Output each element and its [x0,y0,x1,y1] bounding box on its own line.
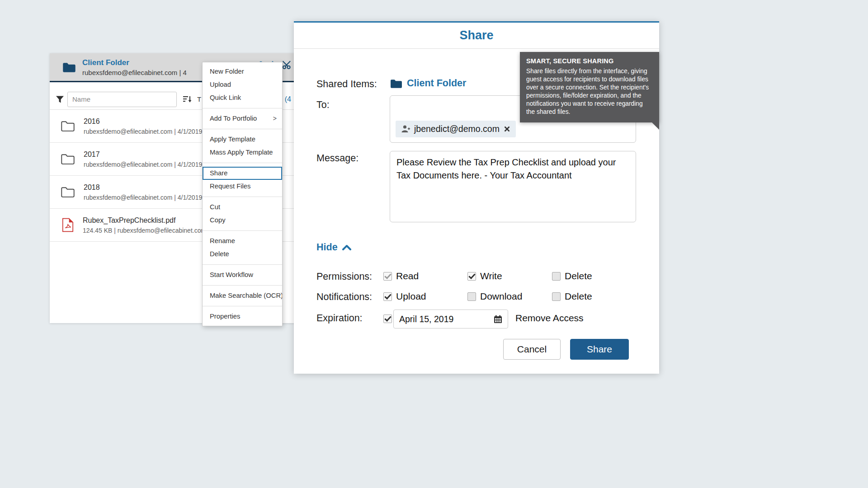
permissions-row: Permissions: Read Write Delete [294,271,659,284]
menu-divider [203,163,282,163]
menu-divider [203,306,282,306]
menu-item-copy[interactable]: Copy [203,214,282,227]
file-row-text: Rubex_TaxPrepChecklist.pdf 124.45 KB | r… [83,216,206,234]
menu-item-add-to-portfolio[interactable]: Add To Portfolio > [203,112,282,125]
submenu-arrow-icon: > [273,115,277,122]
menu-divider [203,197,282,197]
menu-item-properties[interactable]: Properties [203,310,282,323]
dialog-title-bar: Share [294,23,659,49]
sharing-tooltip: SMART, SECURE SHARING Share files direct… [520,52,659,122]
folder-icon [62,62,76,73]
notification-upload[interactable]: Upload [383,291,426,302]
menu-divider [203,129,282,129]
delete-permission-label: Delete [565,271,592,282]
file-name: Rubex_TaxPrepChecklist.pdf [83,216,206,225]
folder-subtitle: rubexsfdemo@efilecabinet.com | 4 [82,69,187,76]
chevron-up-icon [342,244,352,251]
filter-icon[interactable] [56,95,64,103]
expiration-date-value: April 15, 2019 [399,314,494,324]
permission-delete[interactable]: Delete [552,271,592,282]
download-checkbox[interactable] [467,292,476,301]
message-input[interactable]: Please Review the Tax Prep Checklist and… [390,151,636,222]
file-name: 2017 [84,150,202,159]
calendar-icon[interactable] [494,315,502,324]
menu-divider [203,285,282,286]
shared-items-label: Shared Items: [316,79,377,90]
menu-item-quick-link[interactable]: Quick Link [203,91,282,104]
to-label: To: [316,99,330,111]
permission-write[interactable]: Write [467,271,502,282]
expiration-date-input[interactable]: April 15, 2019 [393,310,508,328]
menu-item-make-searchable-ocr[interactable]: Make Searchable (OCR) [203,289,282,302]
file-row-text: 2018 rubexsfdemo@efilecabinet.com | 4/1/… [84,183,202,201]
expiration-label: Expiration: [316,313,363,324]
file-meta: rubexsfdemo@efilecabinet.com | 4/1/2019 [84,194,202,201]
folder-icon [390,79,402,89]
name-filter-input[interactable] [67,92,177,107]
menu-item-share[interactable]: Share [203,167,282,180]
sort-icon[interactable] [183,95,192,103]
recipient-chip: jbenedict@demo.com [396,121,516,137]
file-meta: rubexsfdemo@efilecabinet.com | 4/1/2019 [84,161,202,168]
file-row-text: 2016 rubexsfdemo@efilecabinet.com | 4/1/… [84,117,202,135]
menu-item-mass-apply-template[interactable]: Mass Apply Template [203,146,282,159]
shared-item-name: Client Folder [407,78,466,89]
expiration-checkbox[interactable] [383,314,392,323]
delete-notification-label: Delete [565,291,592,302]
notifications-label: Notifications: [316,291,372,303]
type-filter-label[interactable]: T [197,95,201,103]
folder-icon [61,154,75,164]
tooltip-body: Share files directly from the interface,… [526,67,653,116]
menu-item-new-folder[interactable]: New Folder [203,65,282,78]
folder-icon [61,121,75,131]
permission-read[interactable]: Read [383,271,419,282]
scissors-icon[interactable] [282,61,292,69]
write-checkbox[interactable] [467,272,476,281]
menu-item-delete[interactable]: Delete [203,248,282,261]
delete-permission-checkbox[interactable] [552,272,561,281]
dialog-title: Share [459,28,493,42]
menu-divider [203,230,282,231]
item-count: (4 [285,95,291,103]
file-meta: 124.45 KB | rubexsfdemo@efilecabinet.com [83,227,206,234]
menu-item-upload[interactable]: Upload [203,78,282,91]
remove-recipient-icon[interactable] [504,126,510,132]
file-name: 2018 [84,183,202,192]
expiration-row: Expiration: April 15, 2019 Remove Access [294,310,659,324]
menu-item-request-files[interactable]: Request Files [203,180,282,193]
folder-icon [61,187,75,197]
message-label: Message: [316,153,359,164]
file-name: 2016 [84,117,202,126]
user-icon [401,125,410,133]
menu-item-rename[interactable]: Rename [203,235,282,248]
share-button[interactable]: Share [570,339,629,360]
shared-item: Client Folder [390,78,466,89]
folder-header-text: Client Folder rubexsfdemo@efilecabinet.c… [82,58,187,76]
notifications-row: Notifications: Upload Download Delete [294,291,659,305]
menu-item-start-workflow[interactable]: Start Workflow [203,268,282,282]
read-checkbox[interactable] [383,272,392,281]
notification-download[interactable]: Download [467,291,522,302]
upload-checkbox[interactable] [383,292,392,301]
file-meta: rubexsfdemo@efilecabinet.com | 4/1/2019 [84,128,202,135]
menu-item-apply-template[interactable]: Apply Template [203,133,282,146]
permissions-label: Permissions: [316,271,372,282]
hide-options-toggle[interactable]: Hide [316,242,352,253]
cancel-button[interactable]: Cancel [503,339,561,360]
tooltip-arrow [652,122,659,130]
menu-item-label: Add To Portfolio [210,115,257,122]
read-label: Read [396,271,419,282]
pdf-icon [62,218,74,232]
context-menu: New Folder Upload Quick Link Add To Port… [202,62,283,326]
write-label: Write [480,271,502,282]
screen: Client Folder rubexsfdemo@efilecabinet.c… [0,0,868,488]
remove-access-link[interactable]: Remove Access [515,313,584,324]
menu-divider [203,108,282,108]
menu-item-cut[interactable]: Cut [203,201,282,214]
file-row-text: 2017 rubexsfdemo@efilecabinet.com | 4/1/… [84,150,202,168]
notification-delete[interactable]: Delete [552,291,592,302]
download-label: Download [480,291,522,302]
upload-label: Upload [396,291,426,302]
delete-notification-checkbox[interactable] [552,292,561,301]
folder-title: Client Folder [82,58,187,67]
